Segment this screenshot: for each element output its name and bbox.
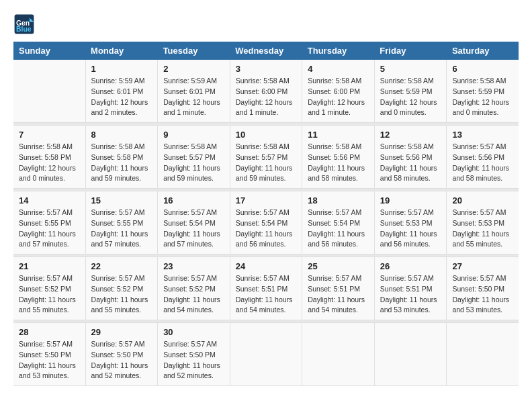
calendar-cell: 11Sunrise: 5:58 AMSunset: 5:56 PMDayligh… bbox=[302, 126, 375, 189]
day-info: Sunrise: 5:57 AMSunset: 5:55 PMDaylight:… bbox=[91, 208, 152, 250]
calendar-cell: 21Sunrise: 5:57 AMSunset: 5:52 PMDayligh… bbox=[13, 257, 85, 320]
day-number: 15 bbox=[91, 195, 152, 205]
calendar-cell: 29Sunrise: 5:57 AMSunset: 5:50 PMDayligh… bbox=[85, 323, 158, 386]
calendar-cell: 12Sunrise: 5:58 AMSunset: 5:56 PMDayligh… bbox=[374, 126, 447, 189]
day-number: 18 bbox=[308, 195, 369, 205]
header-wednesday: Wednesday bbox=[230, 42, 302, 60]
logo-icon: Gen Blue bbox=[13, 13, 35, 35]
calendar-table: SundayMondayTuesdayWednesdayThursdayFrid… bbox=[13, 42, 519, 386]
calendar-cell bbox=[447, 323, 519, 386]
day-number: 3 bbox=[236, 64, 297, 74]
day-number: 14 bbox=[19, 195, 80, 205]
svg-text:Blue: Blue bbox=[16, 26, 32, 33]
week-row-2: 7Sunrise: 5:58 AMSunset: 5:58 PMDaylight… bbox=[13, 126, 519, 189]
calendar-cell: 3Sunrise: 5:58 AMSunset: 6:00 PMDaylight… bbox=[230, 60, 302, 123]
calendar-cell: 6Sunrise: 5:58 AMSunset: 5:59 PMDaylight… bbox=[447, 60, 519, 123]
day-number: 22 bbox=[91, 261, 152, 271]
day-number: 12 bbox=[380, 130, 441, 140]
calendar-cell: 1Sunrise: 5:59 AMSunset: 6:01 PMDaylight… bbox=[85, 60, 158, 123]
week-row-3: 14Sunrise: 5:57 AMSunset: 5:55 PMDayligh… bbox=[13, 191, 519, 255]
day-number: 20 bbox=[452, 195, 513, 205]
day-info: Sunrise: 5:58 AMSunset: 6:00 PMDaylight:… bbox=[236, 76, 297, 118]
day-number: 2 bbox=[163, 64, 224, 74]
calendar-cell bbox=[302, 323, 375, 386]
day-info: Sunrise: 5:57 AMSunset: 5:56 PMDaylight:… bbox=[452, 142, 513, 184]
day-info: Sunrise: 5:58 AMSunset: 5:58 PMDaylight:… bbox=[91, 142, 152, 184]
day-number: 17 bbox=[236, 195, 297, 205]
day-info: Sunrise: 5:57 AMSunset: 5:50 PMDaylight:… bbox=[452, 273, 513, 316]
day-info: Sunrise: 5:57 AMSunset: 5:51 PMDaylight:… bbox=[380, 273, 441, 316]
calendar-cell bbox=[230, 323, 302, 386]
day-info: Sunrise: 5:57 AMSunset: 5:52 PMDaylight:… bbox=[91, 273, 152, 316]
day-number: 19 bbox=[380, 195, 441, 205]
day-info: Sunrise: 5:58 AMSunset: 6:00 PMDaylight:… bbox=[308, 76, 369, 118]
calendar-cell: 22Sunrise: 5:57 AMSunset: 5:52 PMDayligh… bbox=[85, 257, 158, 320]
calendar-cell: 14Sunrise: 5:57 AMSunset: 5:55 PMDayligh… bbox=[13, 191, 85, 255]
header-tuesday: Tuesday bbox=[158, 42, 230, 60]
day-number: 26 bbox=[380, 261, 441, 271]
day-info: Sunrise: 5:59 AMSunset: 6:01 PMDaylight:… bbox=[91, 76, 152, 118]
calendar-cell: 20Sunrise: 5:57 AMSunset: 5:53 PMDayligh… bbox=[447, 191, 519, 255]
day-number: 4 bbox=[308, 64, 369, 74]
day-number: 25 bbox=[308, 261, 369, 271]
day-info: Sunrise: 5:57 AMSunset: 5:52 PMDaylight:… bbox=[19, 273, 80, 316]
header-sunday: Sunday bbox=[13, 42, 85, 60]
day-info: Sunrise: 5:58 AMSunset: 5:58 PMDaylight:… bbox=[19, 142, 80, 184]
day-number: 23 bbox=[163, 261, 224, 271]
header-saturday: Saturday bbox=[447, 42, 519, 60]
day-info: Sunrise: 5:57 AMSunset: 5:55 PMDaylight:… bbox=[19, 208, 80, 250]
header-thursday: Thursday bbox=[302, 42, 375, 60]
calendar-cell: 17Sunrise: 5:57 AMSunset: 5:54 PMDayligh… bbox=[230, 191, 302, 255]
day-number: 21 bbox=[19, 261, 80, 271]
day-info: Sunrise: 5:57 AMSunset: 5:54 PMDaylight:… bbox=[236, 208, 297, 250]
header: Gen Blue bbox=[13, 13, 519, 35]
day-info: Sunrise: 5:57 AMSunset: 5:54 PMDaylight:… bbox=[163, 208, 224, 250]
calendar-cell: 19Sunrise: 5:57 AMSunset: 5:53 PMDayligh… bbox=[374, 191, 447, 255]
day-info: Sunrise: 5:59 AMSunset: 6:01 PMDaylight:… bbox=[163, 76, 224, 118]
day-info: Sunrise: 5:58 AMSunset: 5:59 PMDaylight:… bbox=[452, 76, 513, 118]
day-number: 29 bbox=[91, 327, 152, 337]
day-info: Sunrise: 5:57 AMSunset: 5:53 PMDaylight:… bbox=[452, 208, 513, 250]
day-number: 13 bbox=[452, 130, 513, 140]
calendar-cell: 10Sunrise: 5:58 AMSunset: 5:57 PMDayligh… bbox=[230, 126, 302, 189]
header-friday: Friday bbox=[374, 42, 447, 60]
calendar-cell bbox=[13, 60, 85, 123]
day-number: 10 bbox=[236, 130, 297, 140]
day-info: Sunrise: 5:57 AMSunset: 5:53 PMDaylight:… bbox=[380, 208, 441, 250]
day-info: Sunrise: 5:57 AMSunset: 5:50 PMDaylight:… bbox=[91, 339, 152, 381]
day-info: Sunrise: 5:58 AMSunset: 5:56 PMDaylight:… bbox=[380, 142, 441, 184]
calendar-cell: 7Sunrise: 5:58 AMSunset: 5:58 PMDaylight… bbox=[13, 126, 85, 189]
day-info: Sunrise: 5:58 AMSunset: 5:57 PMDaylight:… bbox=[236, 142, 297, 184]
calendar-cell: 27Sunrise: 5:57 AMSunset: 5:50 PMDayligh… bbox=[447, 257, 519, 320]
day-info: Sunrise: 5:58 AMSunset: 5:57 PMDaylight:… bbox=[163, 142, 224, 184]
day-number: 27 bbox=[452, 261, 513, 271]
logo: Gen Blue bbox=[13, 13, 39, 35]
day-number: 11 bbox=[308, 130, 369, 140]
calendar-cell: 16Sunrise: 5:57 AMSunset: 5:54 PMDayligh… bbox=[158, 191, 230, 255]
header-monday: Monday bbox=[85, 42, 158, 60]
calendar-cell: 18Sunrise: 5:57 AMSunset: 5:54 PMDayligh… bbox=[302, 191, 375, 255]
calendar-cell: 4Sunrise: 5:58 AMSunset: 6:00 PMDaylight… bbox=[302, 60, 375, 123]
day-info: Sunrise: 5:58 AMSunset: 5:59 PMDaylight:… bbox=[380, 76, 441, 118]
week-row-1: 1Sunrise: 5:59 AMSunset: 6:01 PMDaylight… bbox=[13, 60, 519, 123]
calendar-cell: 8Sunrise: 5:58 AMSunset: 5:58 PMDaylight… bbox=[85, 126, 158, 189]
day-number: 30 bbox=[163, 327, 224, 337]
day-info: Sunrise: 5:57 AMSunset: 5:51 PMDaylight:… bbox=[308, 273, 369, 316]
day-number: 7 bbox=[19, 130, 80, 140]
week-row-5: 28Sunrise: 5:57 AMSunset: 5:50 PMDayligh… bbox=[13, 323, 519, 386]
day-info: Sunrise: 5:58 AMSunset: 5:56 PMDaylight:… bbox=[308, 142, 369, 184]
day-number: 5 bbox=[380, 64, 441, 74]
calendar-cell: 25Sunrise: 5:57 AMSunset: 5:51 PMDayligh… bbox=[302, 257, 375, 320]
day-number: 9 bbox=[163, 130, 224, 140]
day-info: Sunrise: 5:57 AMSunset: 5:54 PMDaylight:… bbox=[308, 208, 369, 250]
day-info: Sunrise: 5:57 AMSunset: 5:51 PMDaylight:… bbox=[236, 273, 297, 316]
calendar-cell: 26Sunrise: 5:57 AMSunset: 5:51 PMDayligh… bbox=[374, 257, 447, 320]
calendar-cell: 28Sunrise: 5:57 AMSunset: 5:50 PMDayligh… bbox=[13, 323, 85, 386]
calendar-cell: 13Sunrise: 5:57 AMSunset: 5:56 PMDayligh… bbox=[447, 126, 519, 189]
day-number: 6 bbox=[452, 64, 513, 74]
calendar-cell: 24Sunrise: 5:57 AMSunset: 5:51 PMDayligh… bbox=[230, 257, 302, 320]
calendar-cell: 15Sunrise: 5:57 AMSunset: 5:55 PMDayligh… bbox=[85, 191, 158, 255]
day-number: 16 bbox=[163, 195, 224, 205]
day-info: Sunrise: 5:57 AMSunset: 5:50 PMDaylight:… bbox=[163, 339, 224, 381]
calendar-cell: 9Sunrise: 5:58 AMSunset: 5:57 PMDaylight… bbox=[158, 126, 230, 189]
